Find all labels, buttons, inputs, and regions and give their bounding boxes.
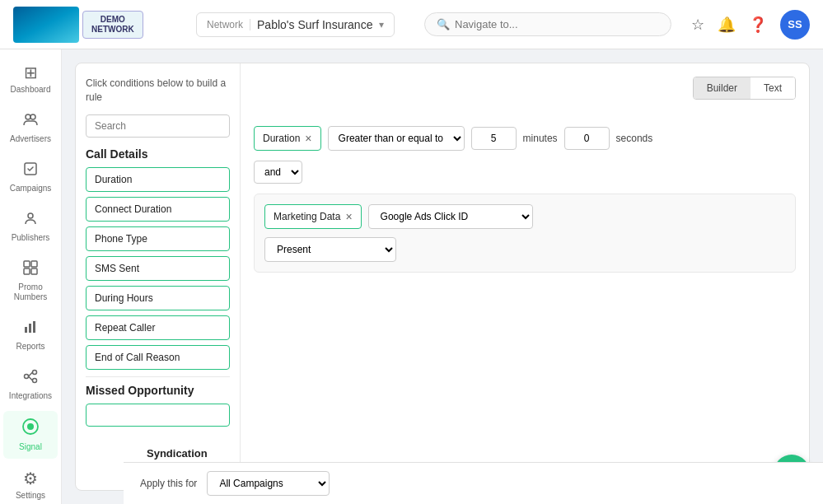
marketing-field-select[interactable]: Google Ads Click ID Campaign Source Medi… — [368, 204, 533, 229]
logic-select[interactable]: and or — [254, 161, 302, 184]
sidebar-label-publishers: Publishers — [12, 233, 50, 243]
section-divider — [86, 376, 230, 377]
sidebar-label-promo-numbers: Promo Numbers — [7, 282, 54, 302]
sidebar-label-settings: Settings — [16, 491, 45, 501]
publishers-icon — [22, 210, 39, 231]
sidebar-label-campaigns: Campaigns — [10, 184, 52, 194]
svg-point-13 — [33, 379, 37, 383]
reports-icon — [22, 319, 39, 339]
settings-icon: ⚙ — [23, 469, 38, 488]
filter-sms-sent[interactable]: SMS Sent — [86, 256, 230, 281]
top-navigation: DEMO NETWORK Network Pablo's Surf Insura… — [0, 0, 823, 49]
left-panel-hint: Click conditions below to build a rule — [86, 77, 230, 105]
marketing-data-tag-close[interactable]: × — [345, 210, 352, 223]
nav-search-input[interactable] — [455, 18, 659, 30]
sidebar-item-promo-numbers[interactable]: Promo Numbers — [3, 253, 58, 309]
sidebar-item-integrations[interactable]: Integrations — [3, 362, 58, 408]
condition-search-input[interactable] — [86, 114, 230, 138]
seconds-label: seconds — [616, 133, 653, 144]
svg-rect-8 — [25, 327, 27, 333]
svg-point-1 — [30, 114, 35, 119]
missed-opportunity-title: Missed Opportunity — [86, 384, 230, 397]
marketing-condition-select[interactable]: Present Not Present Equal to — [264, 237, 396, 262]
filter-during-hours[interactable]: During Hours — [86, 286, 230, 310]
minutes-label: minutes — [523, 133, 558, 144]
svg-rect-6 — [24, 268, 30, 274]
sidebar-item-settings[interactable]: ⚙ Settings — [3, 462, 58, 504]
duration-tag-label: Duration — [263, 133, 300, 144]
marketing-data-row: Marketing Data × Google Ads Click ID Cam… — [264, 204, 785, 229]
svg-rect-10 — [33, 321, 35, 333]
chevron-down-icon: ▾ — [379, 19, 384, 30]
apply-label: Apply this for — [140, 478, 197, 489]
bottom-bar: Apply this for All Campaigns Specific Ca… — [124, 462, 823, 504]
sidebar-item-signal[interactable]: Signal — [3, 411, 58, 459]
duration-tag: Duration × — [254, 126, 321, 151]
nav-search[interactable]: 🔍 — [424, 12, 671, 36]
sidebar: ⊞ Dashboard Advertisers Campaigns Publis… — [0, 49, 62, 504]
builder-view-button[interactable]: Builder — [694, 77, 751, 99]
main-content: Click conditions below to build a rule C… — [62, 49, 823, 504]
network-selector[interactable]: Network Pablo's Surf Insurance ▾ — [196, 12, 395, 37]
marketing-data-tag: Marketing Data × — [264, 204, 362, 229]
signal-icon — [21, 418, 40, 440]
sidebar-item-advertisers[interactable]: Advertisers — [3, 105, 58, 151]
advertisers-icon — [22, 111, 39, 132]
apply-select[interactable]: All Campaigns Specific Campaigns — [207, 471, 330, 496]
network-label: Network — [207, 19, 250, 30]
filter-end-of-call-reason[interactable]: End of Call Reason — [86, 345, 230, 370]
duration-seconds-input[interactable] — [564, 127, 610, 150]
svg-point-15 — [27, 423, 34, 430]
sidebar-label-advertisers: Advertisers — [10, 134, 51, 144]
sidebar-label-signal: Signal — [19, 442, 42, 452]
logo-area: DEMO NETWORK — [13, 7, 186, 43]
svg-point-0 — [26, 114, 30, 119]
svg-rect-4 — [24, 261, 30, 267]
marketing-condition-row: Present Not Present Equal to — [264, 237, 785, 262]
demo-badge: DEMO NETWORK — [82, 11, 143, 39]
duration-tag-close[interactable]: × — [305, 132, 311, 145]
svg-point-11 — [25, 375, 29, 379]
filter-connect-duration[interactable]: Connect Duration — [86, 197, 230, 222]
content-card: Click conditions below to build a rule C… — [75, 63, 810, 491]
view-toggle: Builder Text — [693, 77, 796, 100]
filter-repeat-caller[interactable]: Repeat Caller — [86, 315, 230, 340]
filter-duration[interactable]: Duration — [86, 167, 230, 192]
right-panel: Builder Text Duration × Greater than or … — [241, 63, 809, 490]
rule-row-duration: Duration × Greater than or equal to Less… — [254, 126, 796, 151]
sidebar-label-integrations: Integrations — [9, 391, 52, 401]
svg-rect-9 — [29, 324, 31, 333]
network-name: Pablo's Surf Insurance — [257, 18, 372, 31]
main-layout: ⊞ Dashboard Advertisers Campaigns Publis… — [0, 49, 823, 504]
notifications-icon[interactable]: 🔔 — [718, 16, 736, 34]
sidebar-item-campaigns[interactable]: Campaigns — [3, 154, 58, 200]
logo-image — [13, 7, 79, 43]
dashboard-icon: ⊞ — [24, 63, 38, 82]
svg-rect-5 — [31, 261, 37, 267]
promo-numbers-icon — [22, 259, 39, 280]
rule-block-marketing: Marketing Data × Google Ads Click ID Cam… — [254, 194, 796, 273]
marketing-data-tag-label: Marketing Data — [274, 211, 340, 222]
call-details-title: Call Details — [86, 147, 230, 161]
missed-opp-item[interactable] — [86, 404, 230, 427]
svg-point-3 — [28, 213, 33, 218]
avatar[interactable]: SS — [780, 10, 810, 40]
left-panel: Click conditions below to build a rule C… — [76, 63, 241, 490]
duration-minutes-input[interactable] — [471, 127, 517, 150]
sidebar-label-dashboard: Dashboard — [11, 85, 51, 95]
campaigns-icon — [22, 161, 39, 181]
favorites-icon[interactable]: ☆ — [691, 16, 704, 34]
duration-operator-select[interactable]: Greater than or equal to Less than Equal… — [328, 126, 465, 151]
sidebar-item-dashboard[interactable]: ⊞ Dashboard — [3, 56, 58, 101]
filter-phone-type[interactable]: Phone Type — [86, 226, 230, 251]
sidebar-item-reports[interactable]: Reports — [3, 312, 58, 358]
logic-row: and or — [254, 161, 796, 184]
help-icon[interactable]: ❓ — [749, 16, 767, 34]
sidebar-item-publishers[interactable]: Publishers — [3, 203, 58, 250]
svg-rect-7 — [31, 268, 37, 274]
svg-point-12 — [33, 371, 37, 375]
integrations-icon — [22, 368, 39, 389]
text-view-button[interactable]: Text — [751, 77, 795, 99]
syndication-label: Syndication — [140, 446, 214, 461]
sidebar-label-reports: Reports — [16, 342, 44, 352]
